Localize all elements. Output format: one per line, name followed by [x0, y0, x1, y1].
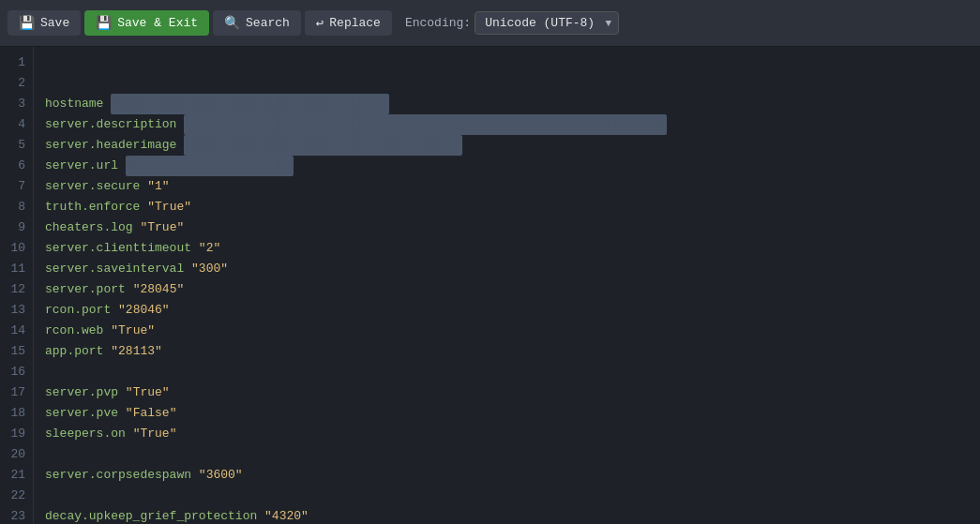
table-row: app.port "28113" — [45, 341, 969, 362]
table-row — [45, 362, 969, 382]
code-key: rcon.web — [45, 323, 103, 337]
code-key: server.pve — [45, 406, 118, 420]
table-row: server.clienttimeout "2" — [45, 238, 969, 259]
line-number: 11 — [6, 259, 25, 279]
line-number: 8 — [6, 197, 25, 217]
line-number: 4 — [6, 114, 25, 135]
encoding-wrapper: Unicode (UTF-8) ASCII UTF-16 ▼ — [475, 11, 619, 35]
table-row: server.url "█████████████████████" — [45, 156, 969, 176]
code-key: server.description — [45, 117, 176, 131]
code-key: server.secure — [45, 179, 140, 193]
table-row: rcon.web "True" — [45, 321, 969, 341]
code-value: "4320" — [264, 509, 309, 523]
line-numbers: 1234567891011121314151617181920212223242… — [0, 47, 34, 524]
code-key: server.headerimage — [45, 138, 176, 152]
code-content[interactable]: hostname "██████████████████████████████… — [34, 47, 980, 524]
table-row — [45, 486, 969, 506]
line-number: 7 — [6, 176, 25, 197]
table-row: sleepers.on "True" — [45, 424, 969, 444]
line-number: 22 — [6, 486, 25, 506]
save-exit-button[interactable]: 💾 Save & Exit — [84, 10, 209, 36]
table-row: server.port "28045" — [45, 279, 969, 300]
line-number: 5 — [6, 135, 25, 156]
line-number: 2 — [6, 73, 25, 94]
line-number: 10 — [6, 238, 25, 259]
line-number: 21 — [6, 465, 25, 486]
line-number: 9 — [6, 217, 25, 238]
replace-button[interactable]: ↩ Replace — [305, 10, 392, 36]
code-value-redacted: "█████████████████████" — [126, 156, 294, 176]
table-row: cheaters.log "True" — [45, 217, 969, 238]
code-key: app.port — [45, 344, 103, 358]
search-label: Search — [246, 16, 290, 30]
table-row: server.headerimage "████████████████████… — [45, 135, 969, 156]
table-row: rcon.port "28046" — [45, 300, 969, 321]
search-button[interactable]: 🔍 Search — [213, 10, 301, 36]
code-value: "2" — [199, 241, 220, 255]
line-number: 12 — [6, 279, 25, 300]
line-number: 16 — [6, 362, 25, 382]
table-row: server.pve "False" — [45, 403, 969, 424]
save-icon: 💾 — [19, 15, 35, 31]
code-value: "28113" — [111, 344, 162, 358]
table-row: server.saveinterval "300" — [45, 259, 969, 279]
encoding-select[interactable]: Unicode (UTF-8) ASCII UTF-16 — [475, 11, 619, 35]
code-value: "False" — [126, 406, 177, 420]
line-number: 6 — [6, 156, 25, 176]
table-row: truth.enforce "True" — [45, 197, 969, 217]
code-value-redacted: "████████████████████████████████████" — [184, 135, 461, 156]
code-value: "3600" — [199, 468, 243, 482]
line-number: 18 — [6, 403, 25, 424]
line-number: 23 — [6, 506, 25, 524]
code-value-redacted: "████████████████████████████████████" — [111, 94, 388, 114]
save-label: Save — [40, 16, 69, 30]
table-row: server.description "████████████████████… — [45, 114, 969, 135]
line-number: 3 — [6, 94, 25, 114]
table-row: decay.upkeep_grief_protection "4320" — [45, 506, 969, 524]
table-row — [45, 444, 969, 465]
code-value: "300" — [191, 262, 228, 276]
table-row: server.corpsedespawn "3600" — [45, 465, 969, 486]
search-icon: 🔍 — [224, 15, 240, 31]
code-value: "True" — [111, 323, 155, 337]
line-number: 17 — [6, 382, 25, 403]
code-value: "True" — [147, 200, 191, 214]
line-number: 13 — [6, 300, 25, 321]
save-exit-icon: 💾 — [96, 15, 112, 31]
code-value: "1" — [147, 179, 169, 193]
code-key: rcon.port — [45, 303, 111, 317]
toolbar: 💾 Save 💾 Save & Exit 🔍 Search ↩ Replace … — [0, 0, 980, 47]
line-number: 14 — [6, 321, 25, 341]
code-key: server.corpsedespawn — [45, 468, 191, 482]
code-key: hostname — [45, 97, 103, 111]
code-key: server.pvp — [45, 385, 118, 399]
editor: 1234567891011121314151617181920212223242… — [0, 47, 980, 524]
line-number: 20 — [6, 444, 25, 465]
encoding-label: Encoding: — [405, 16, 471, 30]
code-key: cheaters.log — [45, 220, 133, 234]
code-key: truth.enforce — [45, 200, 140, 214]
table-row: hostname "██████████████████████████████… — [45, 94, 969, 114]
code-key: server.url — [45, 158, 118, 172]
table-row: server.pvp "True" — [45, 382, 969, 403]
code-key: decay.upkeep_grief_protection — [45, 509, 257, 523]
code-value: "True" — [126, 385, 170, 399]
code-key: server.clienttimeout — [45, 241, 191, 255]
code-key: server.saveinterval — [45, 262, 184, 276]
save-exit-label: Save & Exit — [117, 16, 198, 30]
code-value-redacted: "███████████████████████████████████████… — [184, 114, 667, 135]
table-row: server.secure "1" — [45, 176, 969, 197]
code-value: "True" — [133, 427, 177, 441]
save-button[interactable]: 💾 Save — [8, 10, 81, 36]
line-number: 19 — [6, 424, 25, 444]
replace-label: Replace — [329, 16, 381, 30]
replace-icon: ↩ — [316, 15, 324, 31]
code-value: "True" — [140, 220, 184, 234]
code-value: "28045" — [133, 282, 185, 296]
code-value: "28046" — [118, 303, 170, 317]
code-key: sleepers.on — [45, 427, 126, 441]
code-key: server.port — [45, 282, 126, 296]
line-number: 15 — [6, 341, 25, 362]
line-number: 1 — [6, 52, 25, 73]
